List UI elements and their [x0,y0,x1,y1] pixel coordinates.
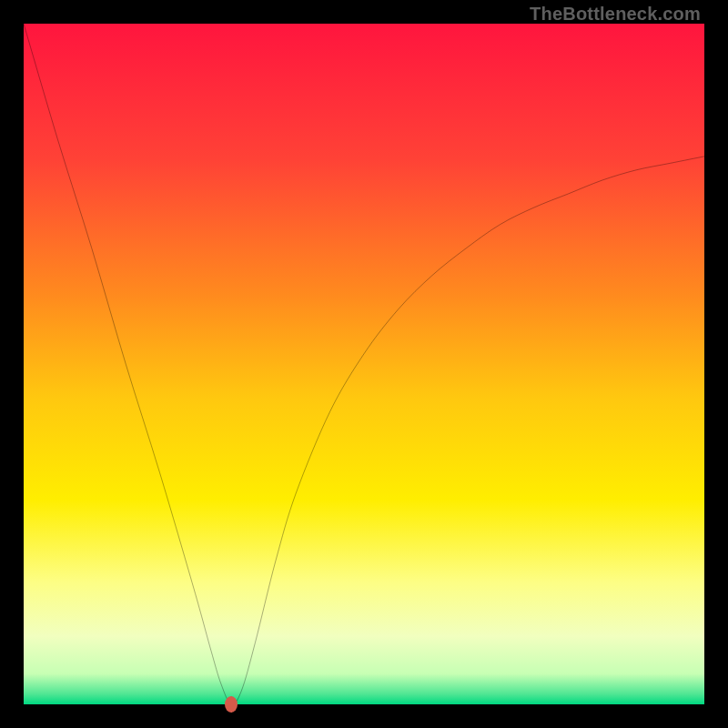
optimum-marker [225,696,238,713]
bottleneck-curve [24,24,704,704]
watermark-text: TheBottleneck.com [530,4,701,25]
plot-area [24,24,704,704]
